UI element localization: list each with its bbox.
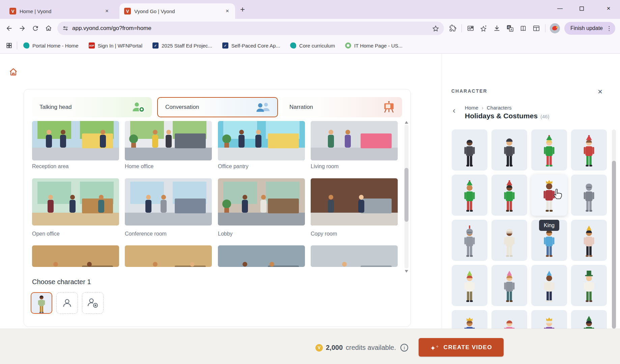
character-card-burglar[interactable] — [452, 129, 487, 171]
character-card-party-clown[interactable] — [491, 265, 527, 306]
vyond-favicon: V — [124, 8, 131, 14]
character-card-elf-man-red[interactable] — [571, 129, 607, 171]
breadcrumb-home-link[interactable]: Home — [465, 105, 478, 111]
credit-coin-icon: V — [315, 344, 323, 352]
address-bar[interactable]: app.vyond.com/go?from=home — [57, 22, 444, 35]
check-favicon: ✓ — [222, 42, 228, 49]
character-card-party-man[interactable] — [531, 265, 567, 306]
downloads-icon[interactable] — [492, 24, 501, 33]
tab-close-icon[interactable]: × — [224, 7, 230, 15]
character-card-queen[interactable] — [531, 310, 567, 329]
layout-grid-icon[interactable] — [532, 24, 541, 33]
apps-grid-icon[interactable] — [5, 41, 13, 50]
create-video-button[interactable]: ✦✧ CREATE VIDEO — [419, 338, 504, 357]
breadcrumb-characters-link[interactable]: Characters — [487, 105, 511, 111]
url-text: app.vyond.com/go?from=home — [72, 25, 429, 32]
scroll-down-icon[interactable] — [404, 269, 408, 273]
template-type-narration[interactable]: Narration — [282, 97, 402, 117]
ring-favicon — [345, 42, 351, 49]
bookmark-sparkle-icon[interactable] — [479, 24, 488, 33]
credits-info-icon[interactable]: i — [400, 344, 408, 352]
character-card-knight-plume[interactable] — [452, 220, 487, 261]
scene-thumbnail[interactable] — [32, 245, 119, 267]
scene-scrollbar-thumb[interactable] — [404, 168, 408, 222]
check-favicon: ✓ — [152, 42, 159, 49]
scene-thumbnail-open-office[interactable] — [32, 178, 119, 225]
tab-close-icon[interactable]: × — [104, 7, 110, 15]
create-video-label: CREATE VIDEO — [444, 344, 492, 351]
scene-thumbnail-lobby[interactable] — [218, 178, 305, 225]
bookmark-item[interactable]: ✓Self-Paced Core Ap... — [222, 42, 280, 49]
bookmark-item[interactable]: Core curriculum — [290, 42, 335, 49]
character-slot-2[interactable] — [56, 292, 78, 314]
add-character-slot[interactable] — [82, 292, 104, 314]
template-type-conversation[interactable]: Conversation — [157, 97, 278, 117]
toolbar-divider — [545, 24, 545, 32]
tab-home-vyond[interactable]: V Home | Vyond × — [5, 3, 115, 19]
profile-avatar[interactable] — [550, 23, 560, 33]
scene-label: Office pantry — [218, 163, 248, 170]
breadcrumb-back-icon[interactable]: ‹ — [453, 107, 455, 114]
bookmark-label: IT Home Page - US... — [354, 43, 402, 49]
maximize-button[interactable] — [580, 6, 589, 11]
scene-thumbnail-office-pantry[interactable] — [218, 121, 305, 160]
app-home-button[interactable] — [9, 67, 18, 77]
bookmarks-divider — [17, 41, 17, 50]
home-button[interactable] — [44, 24, 53, 33]
reload-button[interactable] — [31, 24, 40, 33]
bookmark-item[interactable]: ADPSign In | WFNPortal — [89, 42, 142, 49]
template-type-label: Talking head — [39, 104, 72, 111]
character-card-party-woman[interactable] — [571, 220, 607, 261]
tab-title: Home | Vyond — [20, 8, 101, 14]
scene-thumbnail-living-room[interactable] — [311, 121, 398, 160]
forward-button[interactable] — [18, 24, 27, 33]
character-card-prince[interactable] — [452, 310, 487, 329]
new-tab-button[interactable]: + — [240, 5, 245, 13]
template-type-talking-head[interactable]: Talking head — [32, 97, 152, 117]
footer-bar — [0, 329, 620, 364]
bookmark-star-icon[interactable] — [432, 25, 439, 32]
minimize-button[interactable]: — — [555, 5, 565, 11]
toolbar-divider — [461, 24, 462, 32]
browser-menu-icon[interactable]: ⋮ — [606, 25, 612, 32]
panel-close-icon[interactable]: × — [598, 87, 602, 96]
translate-icon[interactable]: GA — [506, 24, 514, 33]
character-card-princess[interactable] — [491, 310, 527, 329]
character-card-elf-man-green[interactable] — [452, 175, 487, 216]
bookmark-item[interactable]: ✓2025 Staff Ed Projec... — [152, 42, 212, 49]
scene-label: Living room — [311, 163, 339, 170]
site-info-icon[interactable] — [62, 25, 69, 32]
tab-search-icon[interactable] — [466, 24, 475, 33]
character-card-knight[interactable] — [571, 175, 607, 216]
character-card-burglar-hat[interactable] — [491, 129, 527, 171]
two-people-icon — [256, 102, 271, 113]
extensions-icon[interactable] — [448, 24, 457, 33]
scene-thumbnail[interactable] — [218, 245, 305, 267]
panel-scrollbar-thumb[interactable] — [612, 161, 616, 329]
close-window-button[interactable]: × — [604, 5, 613, 12]
finish-update-button[interactable]: Finish update ⋮ — [564, 22, 615, 35]
person-icon — [62, 298, 73, 308]
bookmark-item[interactable]: IT Home Page - US... — [345, 42, 402, 49]
reading-list-icon[interactable] — [519, 24, 528, 33]
scene-label: Conference room — [125, 231, 167, 237]
scene-thumbnail-home-office[interactable] — [125, 121, 212, 160]
scene-thumbnail[interactable] — [125, 245, 212, 267]
scene-thumbnail-reception-area[interactable] — [32, 121, 119, 160]
scene-thumbnail-copy-room[interactable] — [311, 178, 398, 225]
vyond-favicon: V — [9, 8, 16, 14]
character-card-leprechaun[interactable] — [571, 265, 607, 306]
character-card-party-redhead[interactable] — [452, 265, 487, 306]
scene-thumbnail-conference-room[interactable] — [125, 178, 212, 225]
bookmark-label: Sign In | WFNPortal — [98, 43, 142, 49]
bookmark-item[interactable]: Portal Home - Home — [23, 42, 79, 49]
character-card-elf-woman-2[interactable] — [491, 175, 527, 216]
tab-vyond-go[interactable]: V Vyond Go | Vyond × — [119, 3, 235, 19]
scene-thumbnail[interactable] — [311, 245, 398, 267]
back-button[interactable] — [5, 24, 13, 33]
character-card-elf-woman[interactable] — [531, 129, 567, 171]
scroll-up-icon[interactable] — [404, 120, 408, 124]
character-card-mummy[interactable] — [491, 220, 527, 261]
character-card-peter-pan[interactable] — [571, 310, 607, 329]
character-slot-1-selected[interactable] — [31, 292, 52, 314]
